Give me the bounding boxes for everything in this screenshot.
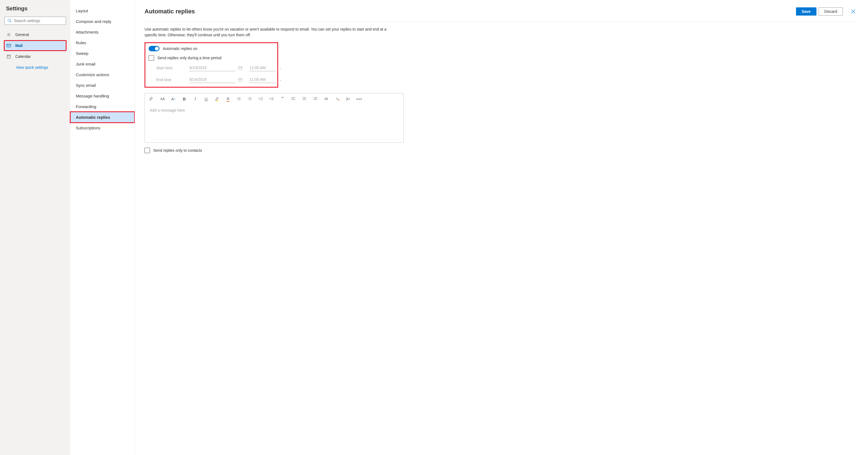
font-color-icon[interactable]: A [225, 96, 230, 102]
start-time-label: Start time [156, 66, 186, 70]
start-date-field[interactable]: 6/13/2019 [189, 64, 235, 71]
end-time-field[interactable]: 11:00 AM [249, 76, 276, 83]
category-mail[interactable]: Mail [4, 41, 66, 51]
bullet-list-icon[interactable] [237, 96, 241, 102]
search-settings-box[interactable] [4, 17, 66, 25]
svg-line-1 [10, 21, 11, 22]
automatic-replies-toggle[interactable] [149, 46, 159, 51]
format-painter-icon[interactable] [149, 96, 154, 102]
svg-rect-4 [7, 55, 11, 58]
message-editor: AA A◇ B I U A 12 ” X2 ••• Add a message … [145, 93, 404, 143]
font-size-icon[interactable]: AA [160, 96, 165, 102]
align-center-icon[interactable] [302, 96, 307, 102]
nav-automatic-replies[interactable]: Automatic replies [70, 112, 134, 122]
link-icon[interactable] [324, 96, 329, 102]
underline-icon[interactable]: U [204, 96, 209, 102]
svg-rect-12 [239, 78, 242, 81]
mail-settings-nav: Layout Compose and reply Attachments Rul… [70, 0, 135, 455]
svg-text:2: 2 [248, 98, 249, 100]
svg-rect-10 [239, 66, 242, 69]
more-options-icon[interactable]: ••• [356, 96, 363, 102]
increase-indent-icon[interactable] [269, 96, 274, 102]
nav-compose-and-reply[interactable]: Compose and reply [70, 16, 134, 27]
nav-sweep[interactable]: Sweep [70, 48, 134, 59]
editor-toolbar: AA A◇ B I U A 12 ” X2 ••• [145, 93, 403, 104]
category-label: General [15, 32, 29, 37]
svg-rect-3 [7, 44, 11, 47]
contacts-only-label: Send replies only to contacts [153, 148, 202, 152]
nav-forwarding[interactable]: Forwarding [70, 101, 134, 112]
toggle-label: Automatic replies on [163, 47, 197, 51]
nav-subscriptions[interactable]: Subscriptions [70, 122, 134, 133]
view-quick-settings-link[interactable]: View quick settings [4, 63, 66, 72]
nav-message-handling[interactable]: Message handling [70, 91, 134, 101]
category-label: Calendar [15, 54, 31, 59]
bold-icon[interactable]: B [182, 96, 187, 102]
start-time-field[interactable]: 11:00 AM [249, 64, 276, 71]
close-button[interactable] [848, 6, 858, 17]
nav-customize-actions[interactable]: Customize actions [70, 69, 134, 80]
description-text: Use automatic replies to let others know… [145, 26, 395, 38]
nav-rules[interactable]: Rules [70, 37, 134, 48]
svg-point-15 [237, 97, 238, 98]
italic-icon[interactable]: I [193, 96, 198, 102]
message-textarea[interactable]: Add a message here [145, 104, 403, 142]
superscript-icon[interactable]: X2 [345, 96, 350, 102]
nav-attachments[interactable]: Attachments [70, 27, 134, 37]
nav-layout[interactable]: Layout [70, 5, 134, 16]
svg-point-2 [8, 34, 9, 35]
category-general[interactable]: General [4, 30, 66, 39]
svg-point-16 [237, 98, 238, 99]
discard-button[interactable]: Discard [819, 7, 843, 16]
nav-junk-email[interactable]: Junk email [70, 59, 134, 69]
time-period-label: Send replies only during a time period [157, 56, 221, 60]
svg-point-17 [237, 99, 238, 100]
contacts-only-checkbox[interactable] [145, 148, 150, 153]
page-title: Automatic replies [145, 8, 794, 15]
highlighted-settings-block: Automatic replies on Send replies only d… [145, 42, 278, 88]
nav-sync-email[interactable]: Sync email [70, 80, 134, 91]
font-style-icon[interactable]: A◇ [171, 96, 176, 102]
align-right-icon[interactable] [313, 96, 318, 102]
mail-icon [6, 43, 11, 48]
close-icon [851, 9, 856, 13]
end-time-label: End time [156, 78, 186, 82]
gear-icon [6, 32, 11, 37]
svg-point-0 [8, 19, 10, 22]
calendar-picker-icon[interactable] [238, 78, 246, 82]
highlight-icon[interactable] [215, 96, 219, 102]
align-left-icon[interactable] [291, 96, 296, 102]
quote-icon[interactable]: ” [280, 96, 285, 102]
chevron-down-icon[interactable]: ⌄ [279, 78, 284, 82]
numbered-list-icon[interactable]: 12 [247, 96, 252, 102]
category-label: Mail [15, 44, 23, 48]
search-icon [7, 19, 14, 23]
decrease-indent-icon[interactable] [258, 96, 263, 102]
calendar-icon [6, 54, 11, 59]
category-calendar[interactable]: Calendar [4, 52, 66, 61]
end-date-field[interactable]: 6/14/2019 [189, 76, 235, 83]
unlink-icon[interactable] [335, 96, 340, 102]
search-settings-input[interactable] [14, 19, 63, 23]
settings-sidebar: Settings General Mail Calendar View quic… [0, 0, 70, 455]
main-content: Automatic replies Save Discard Use autom… [135, 0, 868, 455]
time-period-checkbox[interactable] [149, 55, 154, 61]
calendar-picker-icon[interactable] [238, 66, 246, 70]
main-header: Automatic replies Save Discard [145, 6, 858, 22]
save-button[interactable]: Save [796, 7, 816, 16]
chevron-down-icon[interactable]: ⌄ [279, 66, 284, 70]
settings-title: Settings [4, 5, 66, 12]
